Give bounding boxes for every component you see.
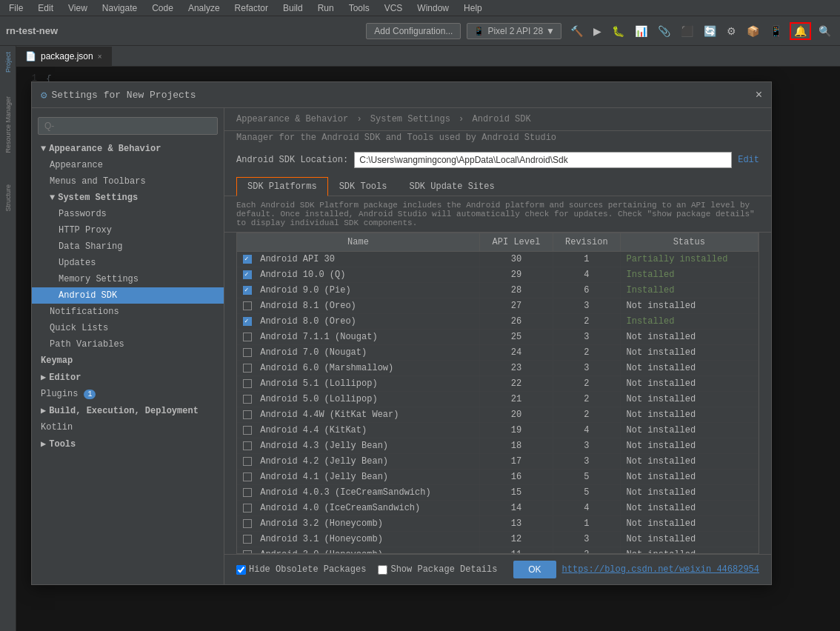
sidebar-item-tools[interactable]: ▶ Tools bbox=[32, 435, 224, 453]
table-row[interactable]: Android 3.2 (Honeycomb) 13 1 Not install… bbox=[237, 516, 759, 532]
table-row[interactable]: Android 8.0 (Oreo) 26 2 Installed bbox=[237, 314, 759, 330]
sdk-checkbox[interactable] bbox=[243, 535, 252, 544]
status-link[interactable]: https://blog.csdn.net/weixin_44682954 bbox=[562, 564, 759, 575]
build-icon[interactable]: 🔨 bbox=[567, 24, 586, 39]
menu-code[interactable]: Code bbox=[149, 1, 176, 15]
tab-sdk-tools[interactable]: SDK Tools bbox=[328, 177, 399, 196]
sdk-location-input[interactable] bbox=[354, 152, 732, 168]
profile-icon[interactable]: 📊 bbox=[632, 24, 650, 39]
sdk-checkbox[interactable] bbox=[243, 504, 252, 513]
sidebar-item-menus-toolbars[interactable]: Menus and Toolbars bbox=[32, 173, 224, 190]
sidebar-item-plugins[interactable]: Plugins 1 bbox=[32, 386, 224, 402]
sidebar-item-android-sdk[interactable]: Android SDK bbox=[32, 287, 224, 304]
table-row[interactable]: Android API 30 30 1 Partially installed bbox=[237, 252, 759, 267]
sdk-checkbox[interactable] bbox=[243, 426, 252, 435]
menu-build[interactable]: Build bbox=[280, 1, 306, 15]
sdk-checkbox[interactable] bbox=[243, 441, 252, 450]
table-row[interactable]: Android 5.0 (Lollipop) 21 2 Not installe… bbox=[237, 392, 759, 407]
sdk-checkbox[interactable] bbox=[243, 519, 252, 528]
menu-refactor[interactable]: Refactor bbox=[232, 1, 271, 15]
sdk-manager-icon[interactable]: 📦 bbox=[744, 24, 762, 39]
tab-sdk-platforms[interactable]: SDK Platforms bbox=[236, 177, 328, 196]
sdk-checkbox[interactable] bbox=[243, 301, 252, 310]
menu-tools[interactable]: Tools bbox=[346, 1, 373, 15]
settings-icon[interactable]: ⚙ bbox=[724, 24, 739, 39]
sdk-checkbox[interactable] bbox=[243, 317, 252, 326]
sidebar-item-http-proxy[interactable]: HTTP Proxy bbox=[32, 222, 224, 238]
modal-close-button[interactable]: × bbox=[756, 88, 762, 101]
tab-sdk-update-sites[interactable]: SDK Update Sites bbox=[398, 177, 505, 196]
table-row[interactable]: Android 4.0.3 (IceCreamSandwich) 15 5 No… bbox=[237, 485, 759, 501]
sdk-checkbox[interactable] bbox=[243, 410, 252, 419]
table-row[interactable]: Android 9.0 (Pie) 28 6 Installed bbox=[237, 283, 759, 298]
hide-obsolete-checkbox-label[interactable]: Hide Obsolete Packages bbox=[236, 564, 366, 575]
sidebar-item-kotlin[interactable]: Kotlin bbox=[32, 419, 224, 435]
project-panel-icon[interactable]: Project bbox=[3, 49, 13, 76]
table-row[interactable]: Android 4.3 (Jelly Bean) 18 3 Not instal… bbox=[237, 438, 759, 454]
table-row[interactable]: Android 7.1.1 (Nougat) 25 3 Not installe… bbox=[237, 330, 759, 345]
sdk-table-wrapper[interactable]: Name API Level Revision Status Andr bbox=[236, 233, 759, 554]
add-configuration-button[interactable]: Add Configuration... bbox=[366, 23, 461, 39]
sidebar-item-memory-settings[interactable]: Memory Settings bbox=[32, 271, 224, 287]
menu-edit[interactable]: Edit bbox=[35, 1, 56, 15]
run-icon[interactable]: ▶ bbox=[590, 24, 604, 39]
sidebar-item-quick-lists[interactable]: Quick Lists bbox=[32, 320, 224, 336]
stop-icon[interactable]: ⬛ bbox=[678, 24, 696, 39]
table-row[interactable]: Android 6.0 (Marshmallow) 23 3 Not insta… bbox=[237, 361, 759, 376]
sidebar-item-editor[interactable]: ▶ Editor bbox=[32, 369, 224, 386]
sidebar-item-passwords[interactable]: Passwords bbox=[32, 206, 224, 222]
menu-analyze[interactable]: Analyze bbox=[185, 1, 223, 15]
settings-search-input[interactable] bbox=[38, 117, 218, 135]
hide-obsolete-checkbox[interactable] bbox=[236, 565, 246, 575]
sdk-checkbox[interactable] bbox=[243, 255, 252, 264]
sidebar-item-build-exec[interactable]: ▶ Build, Execution, Deployment bbox=[32, 402, 224, 419]
sdk-checkbox[interactable] bbox=[243, 457, 252, 466]
menu-items[interactable]: File Edit View Navigate Code Analyze Ref… bbox=[6, 1, 485, 15]
sdk-checkbox[interactable] bbox=[243, 364, 252, 373]
table-row[interactable]: Android 4.0 (IceCreamSandwich) 14 4 Not … bbox=[237, 501, 759, 516]
sdk-checkbox[interactable] bbox=[243, 286, 252, 295]
notification-icon[interactable]: 🔔 bbox=[790, 22, 811, 40]
table-row[interactable]: Android 4.2 (Jelly Bean) 17 3 Not instal… bbox=[237, 454, 759, 470]
table-row[interactable]: Android 4.4W (KitKat Wear) 20 2 Not inst… bbox=[237, 407, 759, 423]
resource-manager-icon[interactable]: Resource Manager bbox=[3, 93, 13, 156]
show-details-checkbox[interactable] bbox=[378, 565, 387, 575]
sidebar-item-appearance[interactable]: Appearance bbox=[32, 157, 224, 173]
table-row[interactable]: Android 10.0 (Q) 29 4 Installed bbox=[237, 267, 759, 283]
device-selector[interactable]: 📱 Pixel 2 API 28 ▼ bbox=[467, 23, 561, 39]
tab-close-button[interactable]: × bbox=[98, 53, 102, 61]
sdk-checkbox[interactable] bbox=[243, 348, 252, 357]
attach-icon[interactable]: 📎 bbox=[655, 24, 673, 39]
table-row[interactable]: Android 8.1 (Oreo) 27 3 Not installed bbox=[237, 298, 759, 314]
sdk-checkbox[interactable] bbox=[243, 395, 252, 404]
avd-icon[interactable]: 📱 bbox=[767, 24, 785, 39]
show-details-checkbox-label[interactable]: Show Package Details bbox=[378, 564, 497, 575]
table-row[interactable]: Android 3.0 (Honeycomb) 11 2 Not install… bbox=[237, 547, 759, 555]
sidebar-item-notifications[interactable]: Notifications bbox=[32, 304, 224, 320]
sdk-checkbox[interactable] bbox=[243, 473, 252, 481]
menu-navigate[interactable]: Navigate bbox=[99, 1, 140, 15]
table-row[interactable]: Android 4.1 (Jelly Bean) 16 5 Not instal… bbox=[237, 470, 759, 485]
debug-icon[interactable]: 🐛 bbox=[609, 24, 627, 39]
menu-vcs[interactable]: VCS bbox=[381, 1, 406, 15]
table-row[interactable]: Android 3.1 (Honeycomb) 12 3 Not install… bbox=[237, 532, 759, 547]
sidebar-item-updates[interactable]: Updates bbox=[32, 255, 224, 271]
menu-help[interactable]: Help bbox=[461, 1, 485, 15]
menu-view[interactable]: View bbox=[65, 1, 90, 15]
sidebar-item-data-sharing[interactable]: Data Sharing bbox=[32, 238, 224, 255]
edit-link[interactable]: Edit bbox=[738, 155, 759, 165]
table-row[interactable]: Android 7.0 (Nougat) 24 2 Not installed bbox=[237, 345, 759, 361]
sdk-checkbox[interactable] bbox=[243, 270, 252, 279]
menu-run[interactable]: Run bbox=[315, 1, 337, 15]
sync-icon[interactable]: 🔄 bbox=[701, 24, 719, 39]
search-icon[interactable]: 🔍 bbox=[816, 24, 834, 39]
sidebar-item-system-settings[interactable]: ▼ System Settings bbox=[32, 190, 224, 206]
sidebar-item-appearance-behavior[interactable]: ▼ Appearance & Behavior bbox=[32, 141, 224, 157]
sdk-checkbox[interactable] bbox=[243, 379, 252, 388]
table-row[interactable]: Android 5.1 (Lollipop) 22 2 Not installe… bbox=[237, 376, 759, 392]
package-json-tab[interactable]: 📄 package.json × bbox=[16, 47, 112, 66]
sidebar-item-keymap[interactable]: Keymap bbox=[32, 353, 224, 369]
menu-file[interactable]: File bbox=[6, 1, 26, 15]
sdk-checkbox[interactable] bbox=[243, 333, 252, 341]
sidebar-item-path-variables[interactable]: Path Variables bbox=[32, 336, 224, 353]
